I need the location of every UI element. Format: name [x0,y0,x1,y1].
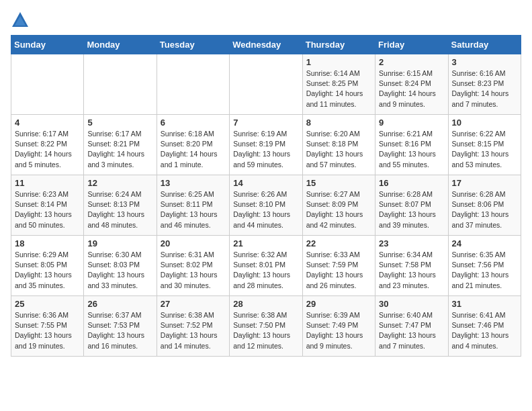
day-number: 18 [15,238,80,248]
calendar-cell: 22Sunrise: 6:33 AM Sunset: 7:59 PM Dayli… [302,236,375,296]
calendar-week-2: 4Sunrise: 6:17 AM Sunset: 8:22 PM Daylig… [11,115,521,175]
calendar-week-3: 11Sunrise: 6:23 AM Sunset: 8:14 PM Dayli… [11,175,521,236]
calendar-cell: 15Sunrise: 6:27 AM Sunset: 8:09 PM Dayli… [302,175,375,236]
day-number: 29 [306,299,371,309]
day-info: Sunrise: 6:23 AM Sunset: 8:14 PM Dayligh… [15,189,80,230]
day-info: Sunrise: 6:30 AM Sunset: 8:03 PM Dayligh… [87,250,152,291]
calendar-cell: 4Sunrise: 6:17 AM Sunset: 8:22 PM Daylig… [11,115,84,175]
day-number: 16 [379,178,444,188]
calendar-cell: 26Sunrise: 6:37 AM Sunset: 7:53 PM Dayli… [84,296,157,357]
calendar-cell: 6Sunrise: 6:18 AM Sunset: 8:20 PM Daylig… [157,115,229,175]
day-info: Sunrise: 6:32 AM Sunset: 8:01 PM Dayligh… [233,250,298,291]
day-number: 24 [452,238,517,248]
day-info: Sunrise: 6:28 AM Sunset: 8:07 PM Dayligh… [379,189,444,230]
weekday-header-sunday: Sunday [11,36,84,54]
calendar-cell: 5Sunrise: 6:17 AM Sunset: 8:21 PM Daylig… [84,115,157,175]
calendar-cell: 7Sunrise: 6:19 AM Sunset: 8:19 PM Daylig… [230,115,302,175]
calendar-cell: 25Sunrise: 6:36 AM Sunset: 7:55 PM Dayli… [11,296,84,357]
weekday-header-wednesday: Wednesday [230,36,302,54]
calendar-cell: 20Sunrise: 6:31 AM Sunset: 8:02 PM Dayli… [157,236,229,296]
day-number: 31 [452,299,517,309]
day-info: Sunrise: 6:17 AM Sunset: 8:22 PM Dayligh… [15,129,80,170]
day-number: 7 [233,118,298,128]
day-info: Sunrise: 6:21 AM Sunset: 8:16 PM Dayligh… [379,129,444,170]
day-number: 4 [15,118,80,128]
day-info: Sunrise: 6:22 AM Sunset: 8:15 PM Dayligh… [452,129,517,170]
calendar-cell [230,54,302,115]
day-info: Sunrise: 6:41 AM Sunset: 7:46 PM Dayligh… [452,310,517,351]
day-info: Sunrise: 6:19 AM Sunset: 8:19 PM Dayligh… [233,129,298,170]
calendar-cell: 18Sunrise: 6:29 AM Sunset: 8:05 PM Dayli… [11,236,84,296]
day-info: Sunrise: 6:37 AM Sunset: 7:53 PM Dayligh… [87,310,152,351]
calendar-cell: 19Sunrise: 6:30 AM Sunset: 8:03 PM Dayli… [84,236,157,296]
day-number: 17 [452,178,517,188]
day-number: 27 [161,299,226,309]
day-info: Sunrise: 6:14 AM Sunset: 8:25 PM Dayligh… [306,68,371,109]
weekday-header-thursday: Thursday [302,36,375,54]
calendar-table: SundayMondayTuesdayWednesdayThursdayFrid… [11,35,521,357]
calendar-cell: 28Sunrise: 6:38 AM Sunset: 7:50 PM Dayli… [230,296,302,357]
day-info: Sunrise: 6:26 AM Sunset: 8:10 PM Dayligh… [233,189,298,230]
calendar-cell: 1Sunrise: 6:14 AM Sunset: 8:25 PM Daylig… [302,54,375,115]
day-number: 28 [233,299,298,309]
day-info: Sunrise: 6:38 AM Sunset: 7:52 PM Dayligh… [161,310,226,351]
day-number: 23 [379,238,444,248]
day-info: Sunrise: 6:29 AM Sunset: 8:05 PM Dayligh… [15,250,80,291]
day-info: Sunrise: 6:34 AM Sunset: 7:58 PM Dayligh… [379,250,444,291]
calendar-header: SundayMondayTuesdayWednesdayThursdayFrid… [11,36,521,54]
day-number: 14 [233,178,298,188]
day-number: 12 [87,178,152,188]
day-info: Sunrise: 6:33 AM Sunset: 7:59 PM Dayligh… [306,250,371,291]
day-info: Sunrise: 6:18 AM Sunset: 8:20 PM Dayligh… [161,129,226,170]
calendar-cell [157,54,229,115]
calendar-cell: 12Sunrise: 6:24 AM Sunset: 8:13 PM Dayli… [84,175,157,236]
day-info: Sunrise: 6:25 AM Sunset: 8:11 PM Dayligh… [161,189,226,230]
calendar-week-5: 25Sunrise: 6:36 AM Sunset: 7:55 PM Dayli… [11,296,521,357]
calendar-week-4: 18Sunrise: 6:29 AM Sunset: 8:05 PM Dayli… [11,236,521,296]
weekday-header-tuesday: Tuesday [157,36,229,54]
calendar-cell: 9Sunrise: 6:21 AM Sunset: 8:16 PM Daylig… [375,115,448,175]
calendar-cell: 10Sunrise: 6:22 AM Sunset: 8:15 PM Dayli… [448,115,521,175]
day-number: 1 [306,57,371,67]
logo-icon [11,11,30,30]
day-info: Sunrise: 6:17 AM Sunset: 8:21 PM Dayligh… [87,129,152,170]
day-number: 6 [161,118,226,128]
calendar-cell [84,54,157,115]
day-number: 11 [15,178,80,188]
day-info: Sunrise: 6:28 AM Sunset: 8:06 PM Dayligh… [452,189,517,230]
calendar-cell: 16Sunrise: 6:28 AM Sunset: 8:07 PM Dayli… [375,175,448,236]
day-number: 22 [306,238,371,248]
day-number: 5 [87,118,152,128]
calendar-week-1: 1Sunrise: 6:14 AM Sunset: 8:25 PM Daylig… [11,54,521,115]
calendar-cell: 13Sunrise: 6:25 AM Sunset: 8:11 PM Dayli… [157,175,229,236]
day-info: Sunrise: 6:36 AM Sunset: 7:55 PM Dayligh… [15,310,80,351]
calendar-cell: 2Sunrise: 6:15 AM Sunset: 8:24 PM Daylig… [375,54,448,115]
day-info: Sunrise: 6:31 AM Sunset: 8:02 PM Dayligh… [161,250,226,291]
day-number: 10 [452,118,517,128]
calendar-cell: 17Sunrise: 6:28 AM Sunset: 8:06 PM Dayli… [448,175,521,236]
day-info: Sunrise: 6:20 AM Sunset: 8:18 PM Dayligh… [306,129,371,170]
calendar-cell: 8Sunrise: 6:20 AM Sunset: 8:18 PM Daylig… [302,115,375,175]
day-number: 3 [452,57,517,67]
calendar-cell: 21Sunrise: 6:32 AM Sunset: 8:01 PM Dayli… [230,236,302,296]
day-number: 19 [87,238,152,248]
calendar-cell: 31Sunrise: 6:41 AM Sunset: 7:46 PM Dayli… [448,296,521,357]
day-number: 21 [233,238,298,248]
calendar-cell: 24Sunrise: 6:35 AM Sunset: 7:56 PM Dayli… [448,236,521,296]
day-number: 13 [161,178,226,188]
day-number: 30 [379,299,444,309]
calendar-cell: 3Sunrise: 6:16 AM Sunset: 8:23 PM Daylig… [448,54,521,115]
day-info: Sunrise: 6:15 AM Sunset: 8:24 PM Dayligh… [379,68,444,109]
logo [11,11,32,30]
weekday-header-saturday: Saturday [448,36,521,54]
day-number: 15 [306,178,371,188]
calendar-cell: 23Sunrise: 6:34 AM Sunset: 7:58 PM Dayli… [375,236,448,296]
weekday-header-friday: Friday [375,36,448,54]
day-info: Sunrise: 6:38 AM Sunset: 7:50 PM Dayligh… [233,310,298,351]
calendar-cell: 11Sunrise: 6:23 AM Sunset: 8:14 PM Dayli… [11,175,84,236]
day-number: 25 [15,299,80,309]
calendar-cell: 29Sunrise: 6:39 AM Sunset: 7:49 PM Dayli… [302,296,375,357]
page-header [11,11,521,30]
calendar-cell: 14Sunrise: 6:26 AM Sunset: 8:10 PM Dayli… [230,175,302,236]
weekday-header-monday: Monday [84,36,157,54]
